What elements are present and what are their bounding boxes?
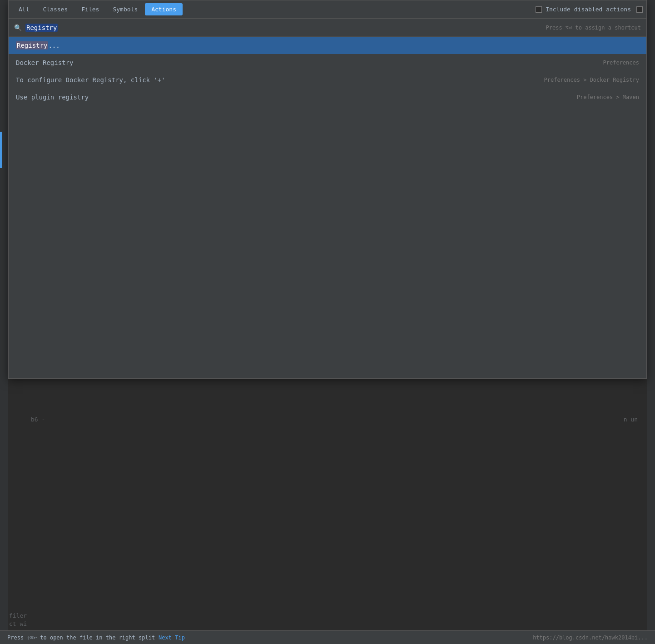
tab-actions[interactable]: Actions [145,3,183,15]
left-sidebar [0,0,8,644]
result-item-plugin-registry[interactable]: Use plugin registry Preferences > Maven [9,89,646,106]
status-bar: Press ⇧⌘↩ to open the file in the right … [0,630,655,644]
search-row: 🔍 Registry Press ⌥⏎ to assign a shortcut [9,19,646,37]
shortcut-hint: Press ⌥⏎ to assign a shortcut [546,25,641,31]
include-disabled-checkbox[interactable] [536,6,542,13]
search-input-highlighted-text: Registry [25,24,58,32]
search-icon: 🔍 [14,24,22,31]
result-sublabel-docker-registry: Preferences [603,59,639,66]
status-bar-left-text: Press ⇧⌘↩ to open the file in the right … [7,634,155,641]
bottom-left-text: filer ct wi [9,612,27,628]
search-input-display[interactable]: Registry [25,24,546,31]
include-disabled-label: Include disabled actions [546,6,631,13]
sidebar-accent [0,132,2,168]
tab-classes[interactable]: Classes [36,3,74,15]
include-disabled-area: Include disabled actions [536,6,643,13]
status-bar-url: https://blog.csdn.net/hawk2014bi... [533,634,648,641]
tab-files[interactable]: Files [75,3,105,15]
next-tip-link[interactable]: Next Tip [159,634,185,641]
result-label-registry: Registry... [16,42,639,49]
tab-all[interactable]: All [12,3,35,15]
result-label-plugin-registry: Use plugin registry [16,94,577,101]
result-sublabel-plugin-registry: Preferences > Maven [577,94,639,100]
result-label-docker-registry: Docker Registry [16,59,603,66]
right-sidebar [647,0,655,644]
result-sublabel-configure-docker: Preferences > Docker Registry [544,77,639,83]
tab-symbols[interactable]: Symbols [106,3,144,15]
result-item-registry[interactable]: Registry... [9,37,646,54]
editor-background: 41 <artifactId>spring-boot-starter-test<… [0,0,655,644]
include-disabled-checkbox2[interactable] [636,6,643,13]
results-empty-area [9,106,646,378]
tab-bar: All Classes Files Symbols Actions Includ… [9,0,646,19]
result-label-configure-docker: To configure Docker Registry, click '+' [16,76,544,84]
result-item-configure-docker[interactable]: To configure Docker Registry, click '+' … [9,71,646,89]
search-dialog: All Classes Files Symbols Actions Includ… [8,0,647,379]
result-item-docker-registry[interactable]: Docker Registry Preferences [9,54,646,71]
results-list: Registry... Docker Registry Preferences … [9,37,646,106]
code-line-b9: b6 - n un [8,416,647,426]
result-highlight-registry: Registry [16,41,48,50]
